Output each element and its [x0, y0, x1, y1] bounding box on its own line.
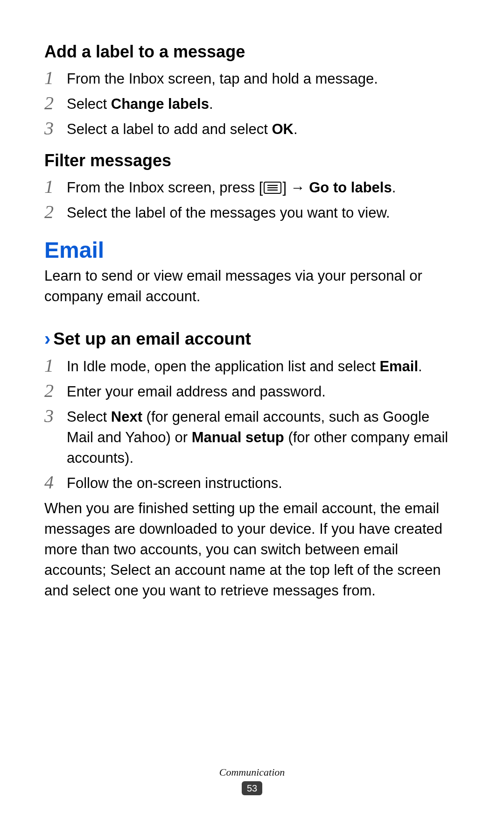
manual-page: Add a label to a message 1 From the Inbo…: [0, 0, 504, 827]
footer-category: Communication: [0, 766, 504, 778]
step-number: 4: [44, 471, 67, 493]
list-item: 3 Select a label to add and select OK.: [44, 117, 460, 140]
menu-icon: [264, 182, 281, 194]
list-item: 2 Enter your email address and password.: [44, 380, 460, 402]
step-text: From the Inbox screen, tap and hold a me…: [67, 67, 460, 89]
list-item: 1 In Idle mode, open the application lis…: [44, 354, 460, 377]
step-number: 3: [44, 405, 67, 426]
step-text: Select Next (for general email accounts,…: [67, 405, 460, 468]
list-item: 2 Select Change labels.: [44, 92, 460, 114]
step-number: 1: [44, 354, 67, 376]
step-number: 1: [44, 67, 67, 88]
setup-account-after: When you are finished setting up the ema…: [44, 498, 460, 601]
list-item: 2 Select the label of the messages you w…: [44, 201, 460, 223]
list-item: 4 Follow the on-screen instructions.: [44, 471, 460, 494]
heading-add-label: Add a label to a message: [44, 41, 460, 62]
email-intro: Learn to send or view email messages via…: [44, 266, 460, 307]
heading-filter-messages: Filter messages: [44, 150, 460, 171]
steps-setup-account: 1 In Idle mode, open the application lis…: [44, 354, 460, 494]
step-text: Follow the on-screen instructions.: [67, 471, 460, 494]
step-text: From the Inbox screen, press [] → Go to …: [67, 176, 460, 198]
list-item: 3 Select Next (for general email account…: [44, 405, 460, 468]
step-text: In Idle mode, open the application list …: [67, 354, 460, 377]
page-footer: Communication 53: [0, 766, 504, 795]
list-item: 1 From the Inbox screen, tap and hold a …: [44, 67, 460, 89]
heading-setup-account-text: Set up an email account: [53, 329, 251, 349]
step-text: Select Change labels.: [67, 92, 460, 114]
step-number: 2: [44, 92, 67, 113]
step-text: Select a label to add and select OK.: [67, 117, 460, 140]
step-number: 2: [44, 201, 67, 222]
step-number: 1: [44, 176, 67, 197]
chevron-right-icon: ›: [44, 329, 50, 348]
steps-add-label: 1 From the Inbox screen, tap and hold a …: [44, 67, 460, 140]
steps-filter-messages: 1 From the Inbox screen, press [] → Go t…: [44, 176, 460, 223]
list-item: 1 From the Inbox screen, press [] → Go t…: [44, 176, 460, 198]
heading-setup-account: › Set up an email account: [44, 329, 460, 349]
step-number: 2: [44, 380, 67, 401]
step-text: Enter your email address and password.: [67, 380, 460, 402]
page-number-badge: 53: [242, 781, 262, 795]
heading-email: Email: [44, 237, 460, 263]
step-number: 3: [44, 117, 67, 139]
step-text: Select the label of the messages you wan…: [67, 201, 460, 223]
